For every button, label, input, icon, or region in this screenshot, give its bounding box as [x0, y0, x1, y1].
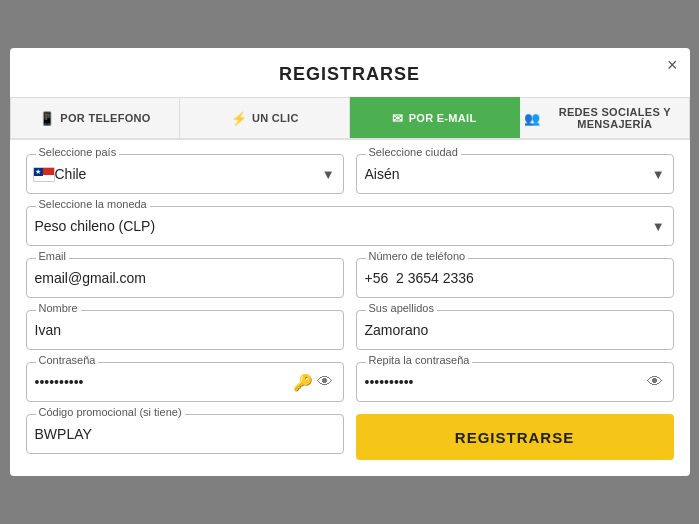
- country-label: Seleccione país: [36, 146, 120, 158]
- confirm-input[interactable]: [365, 363, 645, 401]
- confirm-input-wrapper: 👁: [356, 362, 674, 402]
- password-show-icon[interactable]: 🔑: [291, 373, 315, 392]
- chile-flag-icon: [33, 167, 55, 182]
- password-group: Contraseña 🔑 👁: [26, 362, 344, 402]
- name-label: Nombre: [36, 302, 81, 314]
- name-group: Nombre: [26, 310, 344, 350]
- password-label: Contraseña: [36, 354, 99, 366]
- lastname-group: Sus apellidos: [356, 310, 674, 350]
- tab-phone[interactable]: 📱 POR TELEFONO: [10, 97, 181, 138]
- promo-register-row: Código promocional (si tiene) REGISTRARS…: [26, 414, 674, 460]
- country-city-row: Seleccione país ▼ Seleccione ciudad ▼: [26, 154, 674, 194]
- promo-label: Código promocional (si tiene): [36, 406, 185, 418]
- password-confirm-row: Contraseña 🔑 👁 Repita la contraseña 👁: [26, 362, 674, 402]
- currency-group: Seleccione la moneda ▼: [26, 206, 674, 246]
- modal-title: REGISTRARSE: [10, 48, 690, 97]
- tab-social[interactable]: 👥 REDES SOCIALES Y MENSAJERÍA: [520, 97, 690, 138]
- password-input-wrapper: 🔑 👁: [26, 362, 344, 402]
- currency-row: Seleccione la moneda ▼: [26, 206, 674, 246]
- currency-label: Seleccione la moneda: [36, 198, 150, 210]
- email-input-wrapper: [26, 258, 344, 298]
- form-body: Seleccione país ▼ Seleccione ciudad ▼ Se…: [10, 154, 690, 460]
- tab-email-label: POR E-MAIL: [409, 112, 477, 124]
- social-icon: 👥: [524, 111, 540, 126]
- country-chevron-icon: ▼: [322, 167, 335, 182]
- tab-bar: 📱 POR TELEFONO ⚡ UN CLIC ✉ POR E-MAIL 👥 …: [10, 97, 690, 140]
- lightning-icon: ⚡: [231, 111, 247, 126]
- email-icon: ✉: [392, 111, 403, 126]
- city-group: Seleccione ciudad ▼: [356, 154, 674, 194]
- confirm-group: Repita la contraseña 👁: [356, 362, 674, 402]
- city-input-wrapper: ▼: [356, 154, 674, 194]
- email-input[interactable]: [35, 259, 335, 297]
- lastname-input[interactable]: [365, 311, 665, 349]
- phone-input[interactable]: [365, 259, 665, 297]
- tab-one-click-label: UN CLIC: [252, 112, 299, 124]
- phone-input-wrapper: [356, 258, 674, 298]
- phone-group: Número de teléfono: [356, 258, 674, 298]
- close-button[interactable]: ×: [667, 56, 678, 74]
- tab-social-label: REDES SOCIALES Y MENSAJERÍA: [545, 106, 684, 130]
- tab-phone-label: POR TELEFONO: [60, 112, 150, 124]
- currency-input-wrapper: ▼: [26, 206, 674, 246]
- city-label: Seleccione ciudad: [366, 146, 461, 158]
- password-input[interactable]: [35, 363, 291, 401]
- confirm-label: Repita la contraseña: [366, 354, 473, 366]
- country-group: Seleccione país ▼: [26, 154, 344, 194]
- phone-icon: 📱: [39, 111, 55, 126]
- phone-label: Número de teléfono: [366, 250, 469, 262]
- currency-chevron-icon: ▼: [652, 219, 665, 234]
- register-button[interactable]: REGISTRARSE: [356, 414, 674, 460]
- promo-group: Código promocional (si tiene): [26, 414, 344, 460]
- name-lastname-row: Nombre Sus apellidos: [26, 310, 674, 350]
- name-input[interactable]: [35, 311, 335, 349]
- city-chevron-icon: ▼: [652, 167, 665, 182]
- tab-email[interactable]: ✉ POR E-MAIL: [350, 97, 520, 138]
- promo-input[interactable]: [35, 415, 335, 453]
- promo-input-wrapper: [26, 414, 344, 454]
- lastname-input-wrapper: [356, 310, 674, 350]
- confirm-toggle-icon[interactable]: 👁: [645, 373, 665, 391]
- tab-one-click[interactable]: ⚡ UN CLIC: [180, 97, 350, 138]
- email-phone-row: Email Número de teléfono: [26, 258, 674, 298]
- email-label: Email: [36, 250, 70, 262]
- password-toggle-icon[interactable]: 👁: [315, 373, 335, 391]
- currency-input[interactable]: [35, 207, 652, 245]
- country-input-wrapper: ▼: [26, 154, 344, 194]
- city-input[interactable]: [365, 155, 652, 193]
- lastname-label: Sus apellidos: [366, 302, 437, 314]
- country-input[interactable]: [55, 155, 322, 193]
- register-modal: × REGISTRARSE 📱 POR TELEFONO ⚡ UN CLIC ✉…: [10, 48, 690, 476]
- name-input-wrapper: [26, 310, 344, 350]
- email-group: Email: [26, 258, 344, 298]
